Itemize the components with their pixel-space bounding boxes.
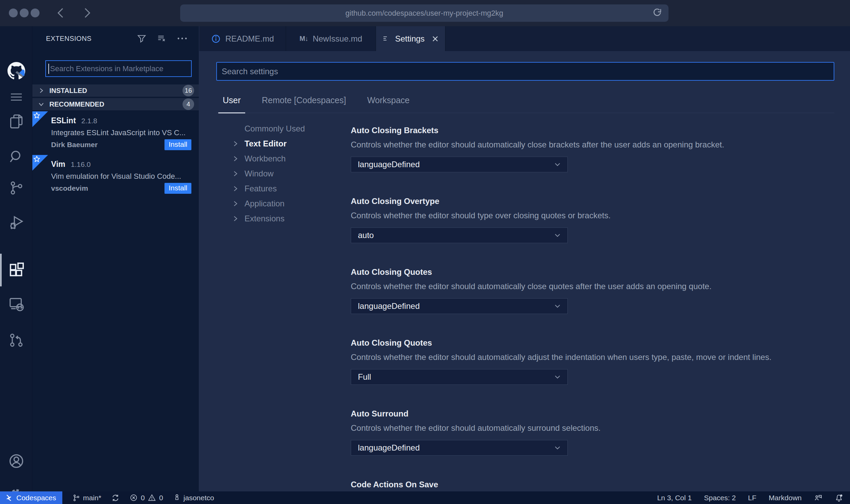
scope-tab-remote[interactable]: Remote [Codespaces] — [257, 88, 350, 113]
window-minimize-button[interactable] — [20, 9, 29, 17]
chevron-down-icon — [554, 373, 561, 381]
installed-count-badge: 16 — [183, 85, 194, 96]
tab-readme[interactable]: README.md — [199, 26, 286, 51]
chevron-right-icon — [232, 200, 240, 207]
tab-label: Settings — [395, 34, 425, 44]
sync-status[interactable] — [111, 494, 120, 502]
browser-back-button[interactable] — [54, 6, 67, 20]
chevron-right-icon — [232, 140, 240, 147]
toc-commonly-used[interactable]: Commonly Used — [216, 121, 351, 136]
extensions-icon[interactable] — [0, 256, 32, 284]
extensions-sidebar: EXTENSIONS Search Extensions in Marketpl… — [32, 26, 199, 491]
tab-settings[interactable]: Settings — [376, 26, 445, 51]
explorer-icon[interactable] — [0, 108, 32, 135]
info-icon — [211, 34, 221, 44]
branch-status[interactable]: main* — [73, 494, 101, 502]
warnings-icon — [148, 494, 156, 502]
settings-toc: Commonly Used Text Editor Workbench — [216, 113, 351, 491]
toc-text-editor[interactable]: Text Editor — [216, 136, 351, 151]
search-icon[interactable] — [0, 143, 32, 170]
toc-features[interactable]: Features — [216, 181, 351, 196]
setting-auto-indent: Auto Closing Quotes Controls whether the… — [351, 338, 834, 385]
install-button[interactable]: Install — [164, 139, 191, 150]
setting-auto-closing-brackets: Auto Closing Brackets Controls whether t… — [351, 126, 834, 172]
more-actions-icon[interactable] — [177, 37, 187, 40]
editor-tab-bar: README.md M↓ NewIssue.md Settings — [199, 26, 850, 51]
run-debug-icon[interactable] — [0, 208, 32, 236]
settings-search-input[interactable] — [216, 62, 834, 81]
scope-tab-user[interactable]: User — [218, 88, 245, 113]
settings-editor-icon — [382, 35, 390, 43]
feedback-icon[interactable] — [814, 493, 822, 502]
chevron-right-icon — [232, 185, 240, 192]
browser-topbar: github.com/codespaces/user-my-project-mg… — [0, 0, 850, 26]
setting-value-dropdown[interactable]: Full — [351, 369, 568, 385]
setting-value-dropdown[interactable]: languageDefined — [351, 298, 568, 314]
extension-description: Vim emulation for Visual Studio Code... — [51, 172, 194, 181]
setting-value-dropdown[interactable]: languageDefined — [351, 157, 568, 172]
setting-auto-closing-overtype: Auto Closing Overtype Controls whether t… — [351, 197, 834, 243]
reload-icon[interactable] — [652, 8, 662, 18]
setting-description: Controls whether the editor should autom… — [351, 424, 834, 432]
toc-application[interactable]: Application — [216, 196, 351, 211]
toc-window[interactable]: Window — [216, 166, 351, 181]
scope-tab-workspace[interactable]: Workspace — [363, 88, 414, 113]
remote-explorer-icon[interactable] — [0, 290, 32, 317]
user-status[interactable]: jasonetco — [173, 494, 214, 502]
pull-requests-icon[interactable] — [0, 327, 32, 354]
indentation-status[interactable]: Spaces: 2 — [704, 494, 736, 502]
extensions-search-input[interactable]: Search Extensions in Marketplace — [45, 60, 192, 77]
chevron-right-icon — [38, 87, 45, 94]
clear-extensions-search-icon[interactable] — [157, 34, 167, 43]
account-icon[interactable] — [0, 447, 32, 475]
sidebar-title: EXTENSIONS — [46, 35, 92, 43]
filter-icon[interactable] — [137, 34, 146, 43]
extension-card-eslint[interactable]: ESLint 2.1.8 Integrates ESLint JavaScrip… — [32, 111, 199, 154]
chevron-right-icon — [232, 170, 240, 177]
setting-value-dropdown[interactable]: auto — [351, 227, 568, 243]
setting-title: Auto Closing Quotes — [351, 268, 834, 277]
cursor-position-status[interactable]: Ln 3, Col 1 — [657, 494, 692, 502]
status-bar: Codespaces main* 0 0 jasonetco Ln 3, Col… — [0, 491, 850, 504]
close-icon[interactable] — [431, 35, 439, 43]
tab-newissue[interactable]: M↓ NewIssue.md — [286, 26, 376, 51]
person-icon — [173, 494, 180, 502]
source-control-icon[interactable] — [0, 174, 32, 202]
browser-forward-button[interactable] — [80, 6, 94, 20]
language-mode-status[interactable]: Markdown — [769, 494, 802, 502]
setting-auto-surround: Auto Surround Controls whether the edito… — [351, 409, 834, 456]
editor-area: README.md M↓ NewIssue.md Settings — [199, 26, 850, 491]
remote-icon — [5, 494, 13, 502]
recommended-star-ribbon-icon — [32, 155, 48, 171]
chevron-right-icon — [232, 215, 240, 222]
setting-title: Auto Surround — [351, 409, 834, 418]
markdown-icon: M↓ — [299, 35, 308, 43]
section-recommended[interactable]: RECOMMENDED 4 — [32, 98, 199, 110]
menu-icon[interactable] — [0, 83, 32, 111]
eol-status[interactable]: LF — [748, 494, 757, 502]
setting-description: Controls whether the editor should autom… — [351, 140, 834, 149]
extension-card-vim[interactable]: Vim 1.16.0 Vim emulation for Visual Stud… — [32, 155, 199, 198]
git-branch-icon — [73, 494, 80, 502]
window-close-button[interactable] — [9, 9, 18, 17]
toc-extensions[interactable]: Extensions — [216, 211, 351, 226]
window-zoom-button[interactable] — [31, 9, 40, 17]
address-bar[interactable]: github.com/codespaces/user-my-project-mg… — [180, 4, 668, 22]
setting-value-dropdown[interactable]: languageDefined — [351, 440, 568, 456]
toc-workbench[interactable]: Workbench — [216, 151, 351, 166]
chevron-down-icon — [554, 302, 561, 310]
install-button[interactable]: Install — [164, 183, 191, 194]
problems-status[interactable]: 0 0 — [130, 494, 163, 502]
extension-author: vscodevim — [51, 184, 88, 192]
settings-list: Auto Closing Brackets Controls whether t… — [351, 113, 834, 491]
remote-indicator[interactable]: Codespaces — [0, 491, 62, 504]
window-controls — [9, 9, 40, 17]
settings-editor: User Remote [Codespaces] Workspace Commo — [199, 51, 850, 491]
section-installed[interactable]: INSTALLED 16 — [32, 84, 199, 97]
activity-bar — [0, 26, 32, 491]
extension-name: ESLint — [51, 116, 76, 125]
settings-scope-tabs: User Remote [Codespaces] Workspace — [216, 88, 834, 113]
setting-title: Auto Closing Quotes — [351, 338, 834, 347]
notifications-bell-icon[interactable] — [835, 493, 843, 502]
chevron-down-icon — [38, 101, 45, 108]
